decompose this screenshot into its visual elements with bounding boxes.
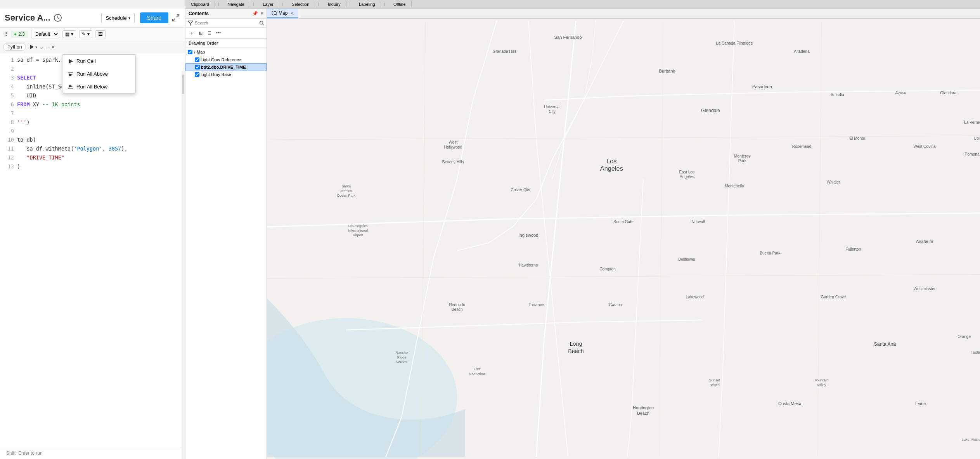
- svg-text:Carson: Carson: [609, 303, 622, 307]
- ribbon-tab-inquiry[interactable]: Inquiry: [322, 1, 346, 7]
- schedule-label: Schedule: [106, 15, 126, 21]
- hint-text: Shift+Enter to run: [0, 447, 185, 459]
- svg-text:Beach: Beach: [452, 307, 463, 312]
- svg-text:Huntington: Huntington: [633, 405, 654, 410]
- svg-line-1: [177, 15, 179, 17]
- code-area[interactable]: 1 sa_df = spark.sql(''' 2 3 SELECT 4 inl…: [0, 53, 185, 447]
- svg-text:Monterey: Monterey: [734, 154, 751, 158]
- svg-text:Burbank: Burbank: [659, 69, 675, 73]
- svg-text:Hawthorne: Hawthorne: [519, 263, 538, 267]
- ribbon-tab-navigate[interactable]: Navigate: [222, 1, 250, 7]
- close-icon[interactable]: ×: [52, 44, 55, 50]
- line-num-10: 10: [0, 135, 17, 144]
- ribbon-tab-offline[interactable]: Offline: [388, 1, 412, 7]
- svg-text:Lakewood: Lakewood: [686, 295, 704, 299]
- ribbon-divider-5: |: [346, 2, 353, 7]
- code-text-13: ): [17, 162, 185, 171]
- layer-item-drive-time[interactable]: bdt2.dbo.DRIVE_TIME: [185, 63, 267, 71]
- line-num-8: 8: [0, 118, 17, 127]
- run-cell-item[interactable]: Run Cell: [62, 55, 135, 68]
- code-text-11: sa_df.withMeta('Polygon', 3857),: [17, 144, 185, 153]
- svg-text:Compton: Compton: [599, 267, 616, 271]
- run-dropdown-btn[interactable]: ▾: [28, 44, 37, 50]
- svg-text:City: City: [549, 109, 556, 114]
- map-expand-icon[interactable]: ▾: [194, 50, 196, 54]
- pencil-icon: ✎: [82, 31, 86, 37]
- minus-icon[interactable]: −: [46, 44, 49, 50]
- cell-type-select[interactable]: ▤ ▾: [62, 30, 76, 38]
- pin-icon[interactable]: 📌: [252, 11, 258, 16]
- svg-marker-7: [69, 85, 73, 88]
- svg-text:Buena Park: Buena Park: [760, 251, 781, 255]
- code-text-9: [17, 127, 185, 136]
- run-all-below-item[interactable]: Run All Below: [62, 80, 135, 93]
- svg-text:Beverly Hills: Beverly Hills: [442, 160, 464, 164]
- svg-text:Culver City: Culver City: [511, 188, 531, 192]
- svg-text:East Los: East Los: [679, 170, 695, 174]
- nodes-icon: ⠿: [4, 31, 8, 37]
- share-button[interactable]: Share: [140, 12, 168, 23]
- layer-item-base[interactable]: Light Gray Base: [185, 71, 267, 78]
- svg-text:International: International: [348, 229, 368, 232]
- schedule-chevron-icon: ▾: [128, 16, 130, 20]
- drive-time-layer-name: bdt2.dbo.DRIVE_TIME: [201, 65, 246, 69]
- contents-close-icon[interactable]: ×: [260, 10, 263, 16]
- play-chevron-icon[interactable]: ▾: [35, 45, 37, 49]
- ribbon-tab-clipboard[interactable]: Clipboard: [185, 1, 215, 7]
- ribbon-tab-labeling[interactable]: Labeling: [353, 1, 381, 7]
- svg-text:Universal: Universal: [544, 105, 561, 109]
- svg-text:West Covina: West Covina: [913, 144, 936, 149]
- map-tab[interactable]: Map ×: [267, 9, 298, 18]
- more-options-btn[interactable]: •••: [215, 29, 222, 37]
- code-line-12: 12 "DRIVE_TIME": [0, 153, 185, 162]
- layer-item-reference[interactable]: Light Gray Reference: [185, 56, 267, 63]
- group-layer-btn[interactable]: ⊞: [197, 29, 204, 37]
- checkmark-icon: ●: [14, 31, 17, 37]
- svg-text:Granada Hills: Granada Hills: [493, 49, 517, 54]
- ribbon-tab-selection[interactable]: Selection: [286, 1, 315, 7]
- map-canvas[interactable]: San Fernando Granada Hills La Canada Fli…: [267, 19, 980, 459]
- reference-layer-name: Light Gray Reference: [201, 57, 241, 62]
- svg-text:Beach: Beach: [637, 411, 649, 416]
- map-checkbox[interactable]: [188, 50, 192, 54]
- image-btn[interactable]: 🖼: [95, 30, 106, 38]
- svg-text:Ocean Park: Ocean Park: [337, 194, 356, 197]
- show-all-btn[interactable]: ☰: [206, 29, 213, 37]
- ribbon-tab-layer[interactable]: Layer: [257, 1, 279, 7]
- run-all-below-label: Run All Below: [76, 84, 107, 90]
- line-num-1: 1: [0, 55, 17, 64]
- svg-text:Garden Grove: Garden Grove: [821, 295, 846, 299]
- svg-text:Redondo: Redondo: [449, 303, 465, 307]
- add-layer-btn[interactable]: +: [188, 29, 196, 37]
- line-num-3: 3: [0, 73, 17, 82]
- run-dropdown-menu: Run Cell Run All Above Run All Below: [62, 54, 136, 94]
- scroll-thumb[interactable]: [182, 74, 184, 94]
- map-tab-close-icon[interactable]: ×: [291, 11, 293, 16]
- svg-text:Monica: Monica: [340, 189, 352, 193]
- layer-item-map[interactable]: ▾ Map: [185, 48, 267, 55]
- play-icon[interactable]: [28, 44, 35, 50]
- line-num-5: 5: [0, 91, 17, 100]
- edit-mode-btn[interactable]: ✎ ▾: [79, 30, 92, 38]
- svg-text:Azusa: Azusa: [895, 91, 907, 95]
- expand-icon[interactable]: [171, 14, 180, 22]
- chevron-down-icon[interactable]: ⌄: [40, 44, 43, 50]
- language-badge[interactable]: Python: [3, 43, 26, 51]
- base-checkbox[interactable]: [195, 72, 199, 77]
- svg-line-11: [263, 24, 264, 25]
- run-all-above-item[interactable]: Run All Above: [62, 68, 135, 80]
- filter-icon[interactable]: [188, 20, 193, 26]
- history-icon[interactable]: [54, 14, 62, 22]
- ribbon-divider-2: |: [250, 2, 257, 7]
- code-line-11: 11 sa_df.withMeta('Polygon', 3857),: [0, 144, 185, 153]
- reference-checkbox[interactable]: [195, 57, 199, 62]
- cell-toolbar: Python ▾ ⌄ − × Run Cell: [0, 41, 185, 53]
- runtime-select[interactable]: Default: [31, 30, 59, 38]
- schedule-button[interactable]: Schedule ▾: [101, 13, 134, 23]
- search-icon[interactable]: [259, 21, 264, 26]
- drive-time-checkbox[interactable]: [195, 65, 200, 69]
- share-label: Share: [147, 15, 161, 21]
- search-input[interactable]: [195, 21, 258, 25]
- map-area[interactable]: Map ×: [267, 9, 980, 459]
- scroll-track[interactable]: [182, 71, 185, 459]
